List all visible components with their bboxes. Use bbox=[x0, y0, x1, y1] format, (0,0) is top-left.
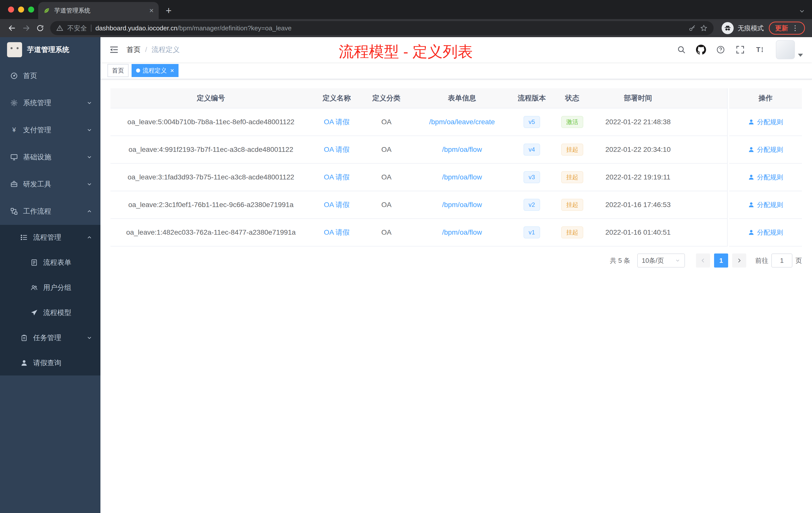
new-tab-button[interactable]: + bbox=[166, 5, 172, 16]
fixed-column-divider bbox=[727, 88, 729, 246]
sidebar-item-leave-query[interactable]: 请假查询 bbox=[0, 350, 100, 375]
sidebar-item-task-management[interactable]: 任务管理 bbox=[0, 325, 100, 350]
page-number-button[interactable]: 1 bbox=[714, 253, 728, 268]
user-icon bbox=[748, 202, 754, 208]
sidebar-item-label: 流程模型 bbox=[43, 308, 71, 318]
status-tag[interactable]: 挂起 bbox=[561, 227, 583, 238]
fullscreen-icon[interactable] bbox=[735, 44, 746, 55]
definition-table: 定义编号 定义名称 定义分类 表单信息 流程版本 状态 部署时间 oa_leav… bbox=[111, 88, 802, 246]
form-link[interactable]: /bpm/oa/flow bbox=[442, 229, 482, 236]
tab-search-chevron-icon[interactable] bbox=[799, 8, 805, 14]
form-link[interactable]: /bpm/oa/leave/create bbox=[429, 118, 495, 126]
user-icon bbox=[748, 174, 754, 180]
table-row: oa_leave:5:004b710b-7b8a-11ec-8ef0-acde4… bbox=[111, 109, 727, 136]
font-size-icon[interactable]: T bbox=[754, 44, 765, 55]
gear-icon bbox=[10, 99, 18, 107]
definition-name-link[interactable]: OA 请假 bbox=[324, 228, 350, 237]
window-controls bbox=[8, 6, 34, 12]
zoom-window-button[interactable] bbox=[28, 6, 34, 12]
definition-name-link[interactable]: OA 请假 bbox=[324, 200, 350, 210]
user-icon bbox=[748, 119, 754, 125]
app-navbar: 首页 / 流程定义 流程模型 - 定义列表 bbox=[100, 37, 812, 62]
goto-page-input[interactable] bbox=[771, 253, 792, 268]
main-area: 首页 / 流程定义 流程模型 - 定义列表 bbox=[100, 37, 812, 513]
search-icon[interactable] bbox=[676, 44, 687, 55]
form-link[interactable]: /bpm/oa/flow bbox=[442, 173, 482, 181]
sidebar-item-label: 流程管理 bbox=[33, 233, 61, 242]
sidebar-item-payment[interactable]: ¥ 支付管理 bbox=[0, 117, 100, 144]
user-icon bbox=[20, 359, 28, 367]
tag-close-icon[interactable]: × bbox=[170, 67, 174, 74]
close-window-button[interactable] bbox=[8, 6, 14, 12]
assign-rule-link[interactable]: 分配规则 bbox=[748, 228, 783, 237]
monitor-icon bbox=[10, 153, 18, 161]
tab-title: 芋道管理系统 bbox=[54, 6, 145, 14]
screen: 芋道管理系统 × + 不安全 dashboard.yudao.iocoder.c… bbox=[0, 0, 812, 513]
definition-name-link[interactable]: OA 请假 bbox=[324, 117, 350, 127]
definition-id: oa_leave:4:991f2193-7b7f-11ec-a3c8-acde4… bbox=[111, 136, 311, 163]
user-icon bbox=[748, 229, 754, 236]
browser-update-button[interactable]: 更新 ⋮ bbox=[769, 22, 805, 35]
breadcrumb-home[interactable]: 首页 bbox=[126, 45, 141, 55]
sidebar-item-process-management[interactable]: 流程管理 bbox=[0, 225, 100, 250]
address-bar[interactable]: 不安全 dashboard.yudao.iocoder.cn/bpm/manag… bbox=[50, 21, 714, 35]
definition-name-link[interactable]: OA 请假 bbox=[324, 145, 350, 154]
assign-rule-link[interactable]: 分配规则 bbox=[748, 173, 783, 182]
sidebar-item-home[interactable]: 首页 bbox=[0, 62, 100, 89]
status-tag[interactable]: 挂起 bbox=[561, 144, 583, 156]
chevron-up-icon bbox=[86, 208, 92, 214]
chevron-down-icon bbox=[86, 100, 92, 106]
form-link[interactable]: /bpm/oa/flow bbox=[442, 146, 482, 154]
chevron-down-icon bbox=[675, 258, 680, 263]
status-tag[interactable]: 激活 bbox=[561, 116, 583, 128]
sidebar-item-infrastructure[interactable]: 基础设施 bbox=[0, 144, 100, 171]
tag-process-definition[interactable]: 流程定义 × bbox=[132, 64, 178, 77]
status-tag[interactable]: 挂起 bbox=[561, 171, 583, 183]
page-size-select[interactable]: 10条/页 bbox=[637, 253, 685, 268]
incognito-icon bbox=[722, 22, 734, 34]
sidebar-item-system[interactable]: 系统管理 bbox=[0, 89, 100, 117]
assign-rule-link[interactable]: 分配规则 bbox=[748, 201, 783, 209]
sidebar-item-process-model[interactable]: 流程模型 bbox=[0, 300, 100, 325]
definition-category: OA bbox=[362, 136, 411, 163]
browser-tab[interactable]: 芋道管理系统 × bbox=[38, 2, 159, 19]
bookmark-star-icon[interactable] bbox=[700, 24, 707, 32]
sidebar-toggle-button[interactable] bbox=[106, 41, 122, 58]
svg-text:T: T bbox=[756, 46, 760, 54]
sidebar-logo[interactable]: 芋道管理系统 bbox=[0, 37, 100, 62]
column-header: 定义编号 bbox=[111, 88, 311, 108]
minimize-window-button[interactable] bbox=[18, 6, 24, 12]
url-host: dashboard.yudao.iocoder.cn bbox=[95, 24, 177, 32]
definition-name-link[interactable]: OA 请假 bbox=[324, 173, 350, 182]
app-title: 芋道管理系统 bbox=[27, 45, 69, 55]
browser-menu-icon[interactable]: ⋮ bbox=[792, 25, 799, 32]
sidebar-item-workflow[interactable]: 工作流程 bbox=[0, 198, 100, 225]
prev-page-button[interactable] bbox=[696, 253, 710, 268]
avatar[interactable] bbox=[776, 40, 795, 59]
help-icon[interactable] bbox=[715, 44, 726, 55]
next-page-button[interactable] bbox=[732, 253, 746, 268]
user-menu[interactable] bbox=[776, 40, 803, 59]
tag-home[interactable]: 首页 bbox=[108, 64, 128, 77]
status-tag[interactable]: 挂起 bbox=[561, 199, 583, 211]
form-link[interactable]: /bpm/oa/flow bbox=[442, 201, 482, 209]
column-header: 流程版本 bbox=[513, 88, 550, 108]
omnibox-divider bbox=[91, 25, 91, 32]
sidebar-item-user-group[interactable]: 用户分组 bbox=[0, 275, 100, 300]
back-button[interactable] bbox=[5, 21, 19, 35]
password-key-icon[interactable] bbox=[689, 24, 696, 32]
definition-id: oa_leave:1:482ec033-762a-11ec-8477-a2380… bbox=[111, 219, 311, 246]
sidebar-item-label: 任务管理 bbox=[33, 333, 61, 342]
reload-button[interactable] bbox=[33, 21, 47, 35]
assign-rule-link[interactable]: 分配规则 bbox=[748, 145, 783, 154]
github-icon[interactable] bbox=[696, 44, 706, 55]
sidebar-item-process-form[interactable]: 流程表单 bbox=[0, 250, 100, 275]
forward-button[interactable] bbox=[19, 21, 33, 35]
security-label[interactable]: 不安全 bbox=[67, 24, 87, 33]
sidebar-item-dev-tools[interactable]: 研发工具 bbox=[0, 171, 100, 198]
assign-rule-link[interactable]: 分配规则 bbox=[748, 118, 783, 126]
url-text[interactable]: dashboard.yudao.iocoder.cn/bpm/manager/d… bbox=[95, 24, 685, 32]
sidebar-item-label: 基础设施 bbox=[23, 152, 51, 162]
not-secure-warning-icon[interactable] bbox=[56, 25, 63, 32]
tab-close-icon[interactable]: × bbox=[149, 7, 154, 14]
